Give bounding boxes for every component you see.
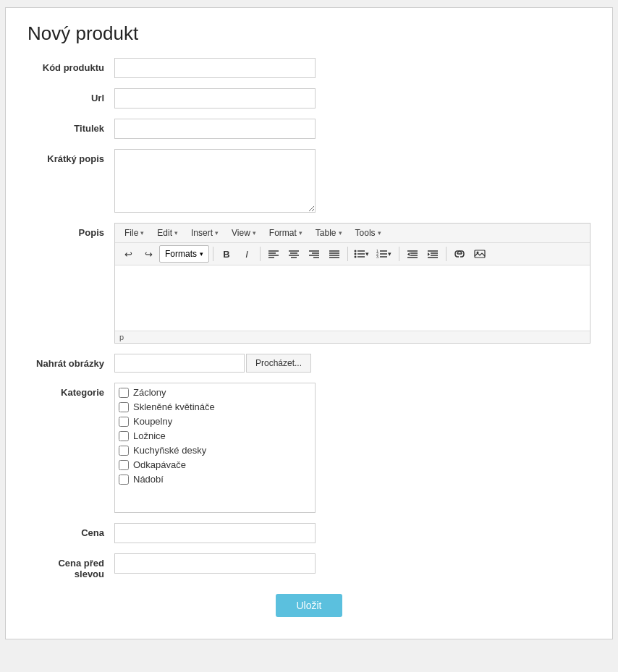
category-label-cat6: Odkapávače bbox=[133, 459, 186, 470]
outdent-button[interactable] bbox=[403, 245, 422, 263]
file-input[interactable] bbox=[114, 354, 245, 373]
align-right-button[interactable] bbox=[305, 245, 323, 263]
cena-input[interactable]: 0,00 bbox=[114, 523, 316, 543]
url-input[interactable] bbox=[114, 88, 316, 109]
list-item: Ložnice bbox=[119, 430, 311, 441]
category-checkbox-cat5[interactable] bbox=[119, 446, 129, 456]
category-label-cat4: Ložnice bbox=[133, 430, 166, 441]
category-checkbox-cat3[interactable] bbox=[119, 417, 129, 427]
unordered-list-button[interactable]: ▾ bbox=[352, 245, 371, 263]
separator-2 bbox=[260, 247, 261, 261]
formats-dropdown[interactable]: Formats ▾ bbox=[159, 245, 209, 263]
separator-3 bbox=[347, 247, 348, 261]
editor-menu-edit[interactable]: Edit ▾ bbox=[151, 226, 184, 240]
editor-menu-insert[interactable]: Insert ▾ bbox=[185, 226, 224, 240]
indent-button[interactable] bbox=[423, 245, 442, 263]
editor-menu-tools[interactable]: Tools ▾ bbox=[350, 226, 387, 240]
justify-button[interactable] bbox=[325, 245, 344, 263]
svg-marker-37 bbox=[428, 252, 430, 256]
insert-menu-arrow: ▾ bbox=[215, 229, 219, 237]
page-container: Nový produkt Kód produktu Url Titulek Kr… bbox=[5, 7, 613, 639]
table-menu-arrow: ▾ bbox=[339, 229, 342, 237]
svg-point-16 bbox=[354, 250, 356, 252]
category-label-cat5: Kuchyňské desky bbox=[133, 445, 206, 456]
svg-rect-39 bbox=[475, 250, 485, 258]
cena-row: Cena 0,00 bbox=[27, 523, 591, 543]
list-item: Odkapávače bbox=[119, 459, 311, 470]
file-menu-arrow: ▾ bbox=[140, 229, 144, 237]
browse-button[interactable]: Procházet... bbox=[246, 354, 311, 373]
cena-pred-slevou-label: Cena před slevou bbox=[27, 553, 114, 579]
editor-toolbar: ↩ ↪ Formats ▾ B I bbox=[115, 243, 590, 265]
editor-menu-format[interactable]: Format ▾ bbox=[263, 226, 308, 240]
category-label-cat3: Koupelny bbox=[133, 416, 172, 427]
separator-1 bbox=[213, 247, 213, 261]
kratky-popis-label: Krátký popis bbox=[27, 149, 114, 164]
editor-menu-view[interactable]: View ▾ bbox=[226, 226, 262, 240]
cena-pred-slevou-input[interactable] bbox=[114, 553, 316, 574]
titulek-row: Titulek bbox=[27, 119, 591, 139]
popis-row: Popis File ▾ Edit ▾ Insert ▾ View ▾ bbox=[27, 223, 591, 344]
svg-point-20 bbox=[354, 256, 356, 258]
url-label: Url bbox=[27, 88, 114, 103]
titulek-input[interactable] bbox=[114, 119, 316, 139]
undo-button[interactable]: ↩ bbox=[119, 245, 137, 263]
list-item: Záclony bbox=[119, 387, 311, 398]
edit-menu-arrow: ▾ bbox=[174, 229, 178, 237]
insert-link-button[interactable] bbox=[450, 245, 469, 263]
category-checkbox-cat7[interactable] bbox=[119, 475, 129, 485]
editor-body[interactable] bbox=[115, 265, 590, 331]
tools-menu-arrow: ▾ bbox=[378, 229, 381, 237]
svg-text:3.: 3. bbox=[376, 255, 379, 259]
list-item: Kuchyňské desky bbox=[119, 445, 311, 456]
kratky-popis-row: Krátký popis bbox=[27, 149, 591, 213]
separator-5 bbox=[446, 247, 446, 261]
list-item: Skleněné květináče bbox=[119, 401, 311, 412]
ordered-list-button[interactable]: 1.2.3. ▾ bbox=[372, 245, 395, 263]
kod-produktu-input[interactable] bbox=[114, 58, 316, 78]
align-left-button[interactable] bbox=[264, 245, 283, 263]
italic-button[interactable]: I bbox=[237, 245, 256, 263]
category-list[interactable]: ZáclonySkleněné květináčeKoupelnyLožnice… bbox=[114, 383, 316, 513]
nahrat-obrazky-row: Nahrát obrázky Procházet... bbox=[27, 354, 591, 373]
editor-path: p bbox=[119, 333, 124, 341]
category-label-cat1: Záclony bbox=[133, 387, 166, 398]
btn-row: Uložit bbox=[27, 594, 591, 617]
cena-pred-slevou-row: Cena před slevou bbox=[27, 553, 591, 579]
save-button[interactable]: Uložit bbox=[276, 594, 342, 617]
formats-arrow: ▾ bbox=[200, 250, 203, 258]
list-item: Koupelny bbox=[119, 416, 311, 427]
kategorie-label: Kategorie bbox=[27, 383, 114, 398]
file-upload-wrapper: Procházet... bbox=[114, 354, 311, 373]
category-checkbox-cat6[interactable] bbox=[119, 460, 129, 470]
url-row: Url bbox=[27, 88, 591, 109]
category-label-cat7: Nádobí bbox=[133, 474, 164, 485]
kod-produktu-label: Kód produktu bbox=[27, 58, 114, 73]
popis-label: Popis bbox=[27, 223, 114, 238]
format-menu-arrow: ▾ bbox=[299, 229, 302, 237]
editor-menu-table[interactable]: Table ▾ bbox=[310, 226, 348, 240]
list-item: Nádobí bbox=[119, 474, 311, 485]
cena-label: Cena bbox=[27, 523, 114, 538]
category-label-cat2: Skleněné květináče bbox=[133, 401, 215, 412]
editor-statusbar: p bbox=[115, 331, 590, 343]
titulek-label: Titulek bbox=[27, 119, 114, 134]
editor-menu-file[interactable]: File ▾ bbox=[119, 226, 150, 240]
svg-point-18 bbox=[354, 253, 356, 255]
view-menu-arrow: ▾ bbox=[253, 229, 256, 237]
editor-menubar: File ▾ Edit ▾ Insert ▾ View ▾ Format ▾ bbox=[115, 224, 590, 243]
category-checkbox-cat4[interactable] bbox=[119, 431, 129, 441]
align-center-button[interactable] bbox=[284, 245, 303, 263]
insert-image-button[interactable] bbox=[470, 245, 489, 263]
separator-4 bbox=[399, 247, 399, 261]
kod-produktu-row: Kód produktu bbox=[27, 58, 591, 78]
kratky-popis-textarea[interactable] bbox=[114, 149, 316, 213]
bold-button[interactable]: B bbox=[217, 245, 236, 263]
nahrat-obrazky-label: Nahrát obrázky bbox=[27, 354, 114, 369]
kategorie-row: Kategorie ZáclonySkleněné květináčeKoupe… bbox=[27, 383, 591, 513]
category-checkbox-cat2[interactable] bbox=[119, 402, 129, 412]
category-checkbox-cat1[interactable] bbox=[119, 388, 129, 398]
svg-marker-32 bbox=[407, 252, 410, 256]
redo-button[interactable]: ↪ bbox=[139, 245, 158, 263]
page-title: Nový produkt bbox=[27, 22, 591, 45]
